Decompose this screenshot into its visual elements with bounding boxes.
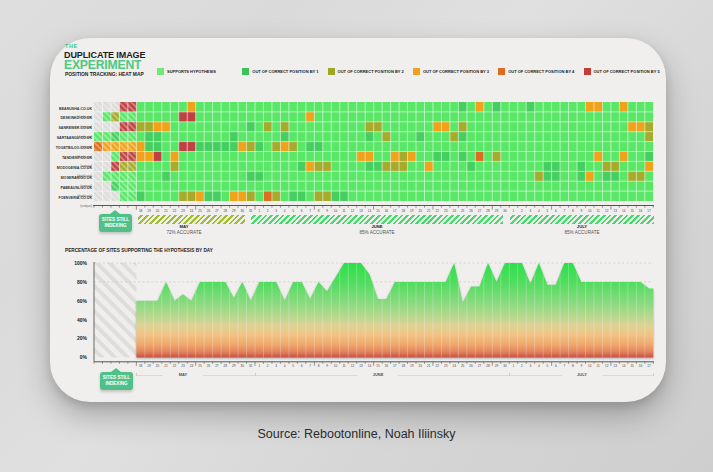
- svg-text:29: 29: [495, 209, 499, 213]
- svg-text:28: 28: [224, 209, 228, 213]
- svg-text:11: 11: [597, 364, 600, 368]
- svg-text:18: 18: [139, 209, 143, 213]
- svg-text:19: 19: [147, 364, 151, 368]
- svg-text:25: 25: [461, 364, 465, 368]
- svg-text:16: 16: [385, 364, 389, 368]
- svg-text:2: 2: [267, 209, 269, 213]
- svg-text:2: 2: [521, 364, 523, 368]
- svg-text:26: 26: [207, 209, 211, 213]
- svg-text:27: 27: [478, 209, 482, 213]
- svg-text:7: 7: [309, 209, 311, 213]
- svg-text:10: 10: [334, 209, 338, 213]
- svg-text:6: 6: [301, 364, 303, 368]
- svg-text:27: 27: [478, 364, 482, 368]
- svg-text:30: 30: [503, 209, 507, 213]
- svg-text:19: 19: [147, 209, 151, 213]
- svg-text:31: 31: [249, 364, 253, 368]
- svg-text:12: 12: [605, 364, 609, 368]
- svg-text:4: 4: [538, 364, 540, 368]
- svg-text:2: 2: [521, 209, 523, 213]
- svg-text:29: 29: [232, 364, 236, 368]
- svg-text:25: 25: [198, 209, 202, 213]
- svg-text:1: 1: [258, 364, 260, 368]
- svg-text:22: 22: [435, 364, 439, 368]
- svg-text:30: 30: [241, 364, 245, 368]
- svg-text:26: 26: [469, 209, 473, 213]
- svg-text:5: 5: [547, 364, 549, 368]
- svg-text:17: 17: [647, 364, 651, 368]
- svg-text:14: 14: [368, 364, 372, 368]
- svg-text:7: 7: [563, 364, 565, 368]
- svg-text:18: 18: [402, 209, 406, 213]
- svg-text:29: 29: [232, 209, 236, 213]
- svg-text:13: 13: [613, 364, 617, 368]
- svg-text:17: 17: [647, 209, 651, 213]
- svg-text:1: 1: [258, 209, 260, 213]
- svg-text:15: 15: [376, 364, 380, 368]
- svg-text:11: 11: [342, 364, 345, 368]
- svg-text:9: 9: [580, 209, 582, 213]
- svg-text:4: 4: [538, 209, 540, 213]
- svg-text:31: 31: [249, 209, 253, 213]
- svg-text:20: 20: [419, 209, 423, 213]
- svg-text:8: 8: [318, 209, 320, 213]
- svg-text:9: 9: [580, 364, 582, 368]
- svg-text:12: 12: [351, 209, 355, 213]
- svg-text:11: 11: [597, 209, 600, 213]
- svg-text:21: 21: [164, 209, 168, 213]
- svg-text:8: 8: [572, 209, 574, 213]
- svg-text:27: 27: [215, 364, 219, 368]
- svg-text:7: 7: [309, 364, 311, 368]
- svg-text:15: 15: [630, 364, 634, 368]
- svg-text:2: 2: [267, 364, 269, 368]
- svg-text:1: 1: [513, 364, 515, 368]
- svg-text:28: 28: [486, 364, 490, 368]
- svg-text:9: 9: [326, 364, 328, 368]
- svg-text:27: 27: [215, 209, 219, 213]
- svg-text:18: 18: [402, 364, 406, 368]
- svg-text:8: 8: [572, 364, 574, 368]
- svg-text:12: 12: [351, 364, 355, 368]
- svg-text:28: 28: [224, 364, 228, 368]
- svg-text:25: 25: [198, 364, 202, 368]
- svg-text:18: 18: [139, 364, 143, 368]
- svg-text:19: 19: [410, 209, 414, 213]
- svg-text:23: 23: [444, 364, 448, 368]
- svg-text:8: 8: [318, 364, 320, 368]
- svg-text:3: 3: [530, 209, 532, 213]
- svg-text:10: 10: [588, 364, 592, 368]
- svg-text:6: 6: [301, 209, 303, 213]
- svg-text:24: 24: [452, 209, 456, 213]
- svg-text:17: 17: [393, 364, 397, 368]
- svg-text:23: 23: [181, 209, 185, 213]
- svg-text:22: 22: [173, 364, 177, 368]
- svg-text:26: 26: [207, 364, 211, 368]
- svg-text:1: 1: [513, 209, 515, 213]
- svg-text:30: 30: [241, 209, 245, 213]
- svg-text:10: 10: [588, 209, 592, 213]
- svg-text:13: 13: [613, 209, 617, 213]
- svg-text:10: 10: [334, 364, 338, 368]
- svg-text:5: 5: [292, 364, 294, 368]
- svg-text:30: 30: [503, 364, 507, 368]
- svg-text:28: 28: [486, 209, 490, 213]
- svg-text:6: 6: [555, 209, 557, 213]
- svg-text:19: 19: [410, 364, 414, 368]
- svg-text:23: 23: [181, 364, 185, 368]
- svg-text:25: 25: [461, 209, 465, 213]
- svg-text:13: 13: [359, 364, 363, 368]
- svg-text:3: 3: [275, 209, 277, 213]
- svg-text:16: 16: [385, 209, 389, 213]
- svg-text:3: 3: [530, 364, 532, 368]
- svg-text:6: 6: [555, 364, 557, 368]
- svg-text:9: 9: [326, 209, 328, 213]
- svg-text:16: 16: [639, 209, 643, 213]
- svg-text:11: 11: [342, 209, 345, 213]
- svg-text:24: 24: [190, 364, 194, 368]
- svg-text:21: 21: [164, 364, 168, 368]
- svg-text:20: 20: [419, 364, 423, 368]
- svg-text:21: 21: [427, 364, 431, 368]
- svg-text:3: 3: [275, 364, 277, 368]
- svg-text:12: 12: [605, 209, 609, 213]
- svg-text:7: 7: [563, 209, 565, 213]
